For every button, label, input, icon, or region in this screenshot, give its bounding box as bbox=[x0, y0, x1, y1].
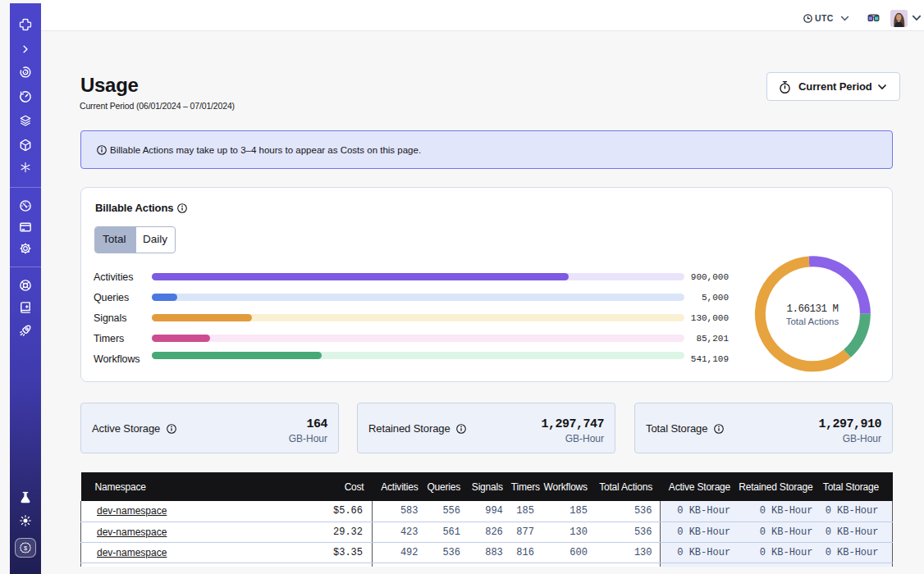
svg-text:$: $ bbox=[24, 544, 27, 552]
